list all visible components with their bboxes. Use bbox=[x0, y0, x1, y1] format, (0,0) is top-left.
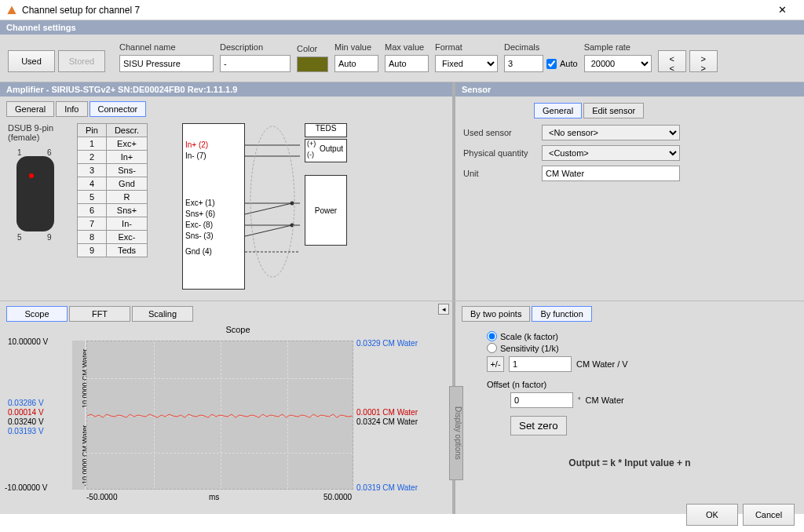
color-field: Color bbox=[297, 44, 328, 72]
sensor-header: Sensor bbox=[455, 82, 804, 97]
svg-line-4 bbox=[245, 203, 292, 214]
svg-marker-0 bbox=[7, 5, 16, 14]
sensor-tab-edit[interactable]: Edit sensor bbox=[583, 103, 644, 118]
tab-general[interactable]: General bbox=[6, 101, 54, 117]
nav-buttons: < < > > bbox=[658, 50, 718, 72]
format-select[interactable]: Fixed bbox=[435, 55, 498, 72]
tab-connector[interactable]: Connector bbox=[90, 101, 147, 117]
pm-button[interactable]: +/- bbox=[487, 356, 504, 372]
table-row: 9Teds bbox=[78, 244, 148, 257]
tab-fft[interactable]: FFT bbox=[69, 306, 130, 322]
sample-rate-label: Sample rate bbox=[584, 42, 652, 52]
k-input[interactable] bbox=[509, 356, 572, 372]
description-input[interactable] bbox=[220, 55, 291, 72]
collapse-toggle-icon[interactable]: ◂ bbox=[438, 304, 449, 315]
max-input[interactable] bbox=[385, 55, 429, 72]
offset-unit: CM Water bbox=[586, 395, 624, 405]
table-row: 1Exc+ bbox=[78, 137, 148, 151]
sample-rate-field: Sample rate 20000 bbox=[584, 42, 652, 72]
scale-radio[interactable] bbox=[487, 331, 497, 341]
amplifier-pane: Amplifier - SIRIUS-STGv2+ SN:DE00024FB0 … bbox=[0, 82, 455, 301]
dsub-area: DSUB 9-pin (female) 1 6 5 9 PinDescr. 1E… bbox=[8, 123, 165, 257]
sensor-form: General Edit sensor Used sensor <No sens… bbox=[455, 97, 804, 192]
sensitivity-label: Sensitivity (1/k) bbox=[500, 344, 559, 353]
table-row: 6Sns+ bbox=[78, 204, 148, 217]
app-icon bbox=[6, 5, 17, 16]
offset-deg: ° bbox=[578, 396, 581, 404]
table-row: 3Sns- bbox=[78, 164, 148, 177]
format-field: Format Fixed bbox=[435, 42, 498, 72]
main-row: Amplifier - SIRIUS-STGv2+ SN:DE00024FB0 … bbox=[0, 82, 804, 301]
auto-decimals-label: Auto bbox=[560, 59, 578, 68]
stored-button: Stored bbox=[58, 50, 105, 72]
color-label: Color bbox=[297, 44, 328, 53]
bottom-row: Scope FFT Scaling ◂ Scope 10.00000 V -10… bbox=[0, 301, 804, 514]
decimals-field: Decimals Auto bbox=[504, 42, 578, 72]
wiring-diagram: In+ (2) In- (7) Exc+ (1) Sns+ (6) Exc- (… bbox=[174, 123, 444, 257]
channel-name-field: Channel name bbox=[119, 42, 214, 72]
sample-rate-select[interactable]: 20000 bbox=[584, 55, 652, 72]
unit-label: Unit bbox=[463, 169, 542, 178]
min-field: Min value bbox=[334, 42, 378, 72]
prev-channel-button[interactable]: < < bbox=[658, 50, 686, 72]
k-unit: CM Water / V bbox=[576, 359, 628, 369]
settings-strip: Used Stored Channel name Description Col… bbox=[0, 35, 804, 82]
phys-qty-select[interactable]: <Custom> bbox=[542, 145, 680, 161]
max-field: Max value bbox=[385, 42, 429, 72]
channel-name-input[interactable] bbox=[119, 55, 214, 72]
tab-two-points[interactable]: By two points bbox=[462, 306, 530, 322]
scope-title: Scope bbox=[225, 325, 250, 334]
cancel-button[interactable]: Cancel bbox=[743, 504, 795, 526]
dsub-graphic: 1 6 5 9 bbox=[8, 150, 63, 236]
tab-info[interactable]: Info bbox=[56, 101, 87, 117]
pin-table: PinDescr. 1Exc+ 2In+ 3Sns- 4Gnd 5R 6Sns+… bbox=[77, 123, 148, 257]
decimals-input[interactable] bbox=[504, 55, 543, 72]
used-sensor-label: Used sensor bbox=[463, 128, 542, 137]
set-zero-button[interactable]: Set zero bbox=[510, 416, 567, 435]
sensor-pane: Sensor General Edit sensor Used sensor <… bbox=[455, 82, 804, 301]
ok-button[interactable]: OK bbox=[686, 504, 738, 526]
tab-scope[interactable]: Scope bbox=[6, 306, 68, 322]
formula: Output = k * Input value + n bbox=[487, 457, 773, 468]
table-row: 5R bbox=[78, 191, 148, 204]
format-label: Format bbox=[435, 42, 498, 52]
titlebar: Channel setup for channel 7 ✕ bbox=[0, 0, 804, 20]
scope-plot: Scope 10.00000 V -10.00000 V 0.03286 V 0… bbox=[39, 326, 437, 499]
offset-label: Offset (n factor) bbox=[487, 380, 773, 389]
pin-header: Pin bbox=[78, 124, 107, 137]
unit-input[interactable] bbox=[542, 166, 680, 181]
sensitivity-radio[interactable] bbox=[487, 343, 497, 353]
tab-scaling[interactable]: Scaling bbox=[132, 306, 193, 322]
color-swatch[interactable] bbox=[297, 56, 328, 72]
sensor-tab-general[interactable]: General bbox=[534, 103, 582, 118]
channel-settings-header: Channel settings bbox=[0, 20, 804, 35]
calib-body: Scale (k factor) Sensitivity (1/k) +/- C… bbox=[455, 326, 804, 473]
scope-tab-row: Scope FFT Scaling bbox=[0, 301, 452, 326]
offset-input[interactable] bbox=[510, 392, 573, 408]
used-sensor-select[interactable]: <No sensor> bbox=[542, 125, 680, 140]
close-button[interactable]: ✕ bbox=[766, 2, 798, 19]
dialog-buttons: OK Cancel bbox=[686, 504, 795, 526]
tab-by-function[interactable]: By function bbox=[532, 306, 591, 322]
amp-tab-row: General Info Connector bbox=[0, 97, 452, 120]
next-channel-button[interactable]: > > bbox=[689, 50, 718, 72]
auto-decimals-checkbox[interactable] bbox=[546, 59, 557, 69]
display-options-tab[interactable]: Display options bbox=[449, 386, 463, 480]
channel-name-label: Channel name bbox=[119, 42, 214, 52]
table-row: 8Exc- bbox=[78, 231, 148, 244]
max-label: Max value bbox=[385, 42, 429, 52]
dsub-title: DSUB 9-pin (female) bbox=[8, 123, 71, 142]
scope-pane: Scope FFT Scaling ◂ Scope 10.00000 V -10… bbox=[0, 301, 455, 514]
min-input[interactable] bbox=[334, 55, 378, 72]
used-button[interactable]: Used bbox=[8, 50, 55, 72]
amplifier-header: Amplifier - SIRIUS-STGv2+ SN:DE00024FB0 … bbox=[0, 82, 452, 97]
min-label: Min value bbox=[334, 42, 378, 52]
description-label: Description bbox=[220, 42, 291, 52]
window-title: Channel setup for channel 7 bbox=[22, 5, 766, 16]
phys-qty-label: Physical quantity bbox=[463, 148, 542, 158]
plot-area[interactable] bbox=[86, 341, 353, 490]
table-row: 7In- bbox=[78, 217, 148, 231]
teds-box: TEDS bbox=[305, 123, 347, 137]
table-row: 2In+ bbox=[78, 151, 148, 164]
description-field: Description bbox=[220, 42, 291, 72]
